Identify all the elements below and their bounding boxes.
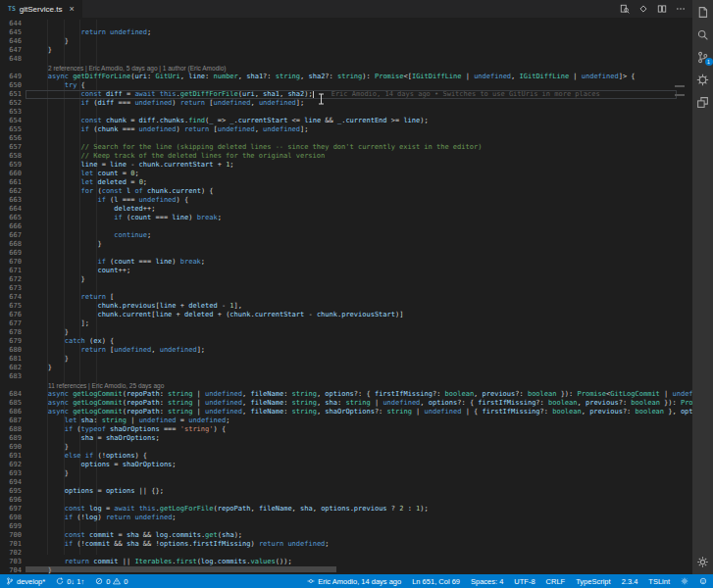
line-number[interactable]: 656 xyxy=(0,134,25,143)
code-line[interactable]: 687 let sha: string | undefined = undefi… xyxy=(0,416,692,425)
line-number[interactable]: 700 xyxy=(0,531,25,540)
statusbar-git-branch[interactable]: develop* xyxy=(6,577,45,586)
line-number[interactable]: 694 xyxy=(0,478,25,487)
line-number[interactable]: 649 xyxy=(0,73,25,81)
line-number[interactable]: 666 xyxy=(0,222,25,231)
code-line[interactable]: 659 line = line - chunk.currentStart + 1… xyxy=(0,161,692,170)
line-number[interactable]: 690 xyxy=(0,443,25,452)
line-number[interactable]: 693 xyxy=(0,469,25,478)
line-number[interactable]: 697 xyxy=(0,505,25,514)
line-number[interactable]: 691 xyxy=(0,452,25,461)
line-number[interactable]: 653 xyxy=(0,108,25,117)
code-line[interactable]: 684 async getLogCommit(repoPath: string … xyxy=(0,390,692,399)
code-line[interactable]: 682 } xyxy=(0,364,692,372)
code-line[interactable]: 662 for (const l of chunk.current) { xyxy=(0,187,692,196)
line-number[interactable]: 674 xyxy=(0,293,25,302)
code-line[interactable]: 696 xyxy=(0,496,692,505)
activitybar-search[interactable] xyxy=(696,27,710,41)
codelens-row[interactable]: 11 references | Eric Amodio, 25 days ago xyxy=(0,381,692,390)
gitlens-compare-button[interactable] xyxy=(638,4,648,14)
code-line[interactable]: 683 xyxy=(0,372,692,381)
code-line[interactable]: 690 } xyxy=(0,443,692,452)
code-line[interactable]: 678 } xyxy=(0,328,692,337)
line-number[interactable]: 684 xyxy=(0,390,25,399)
code-line[interactable]: 658 // Keep track of the deleted lines f… xyxy=(0,152,692,161)
code-line[interactable]: 650 try { xyxy=(0,81,692,90)
line-number[interactable]: 644 xyxy=(0,20,25,28)
line-number[interactable]: 652 xyxy=(0,99,25,108)
line-number[interactable]: 677 xyxy=(0,319,25,328)
line-number[interactable]: 683 xyxy=(0,372,25,381)
line-number[interactable]: 702 xyxy=(0,549,25,558)
line-number[interactable]: 676 xyxy=(0,311,25,319)
line-number[interactable]: 658 xyxy=(0,152,25,161)
line-number[interactable]: 661 xyxy=(0,178,25,187)
line-number[interactable]: 673 xyxy=(0,284,25,293)
code-line[interactable]: 644 xyxy=(0,20,692,28)
line-number[interactable]: 685 xyxy=(0,399,25,408)
line-number[interactable]: 688 xyxy=(0,425,25,434)
line-number[interactable]: 670 xyxy=(0,258,25,267)
statusbar-cursor-position[interactable]: Ln 651, Col 69 xyxy=(412,577,460,586)
line-number[interactable]: 678 xyxy=(0,328,25,337)
line-number[interactable]: 682 xyxy=(0,364,25,372)
code-line[interactable]: 652 if (diff === undefined) return [unde… xyxy=(0,99,692,108)
code-line[interactable]: 667 continue; xyxy=(0,231,692,240)
more-actions-button[interactable] xyxy=(676,4,686,14)
line-number[interactable]: 659 xyxy=(0,161,25,170)
tab-gitservice[interactable]: TSgitService.ts× xyxy=(0,0,82,18)
code-line[interactable]: 677 ]; xyxy=(0,319,692,328)
statusbar-tslint[interactable]: TSLint xyxy=(648,577,670,586)
horizontal-scrollbar[interactable] xyxy=(25,566,336,572)
code-line[interactable]: 649 async getDiffForLine(uri: GitUri, li… xyxy=(0,73,692,81)
code-line[interactable]: 664 deleted++; xyxy=(0,205,692,214)
line-number[interactable]: 703 xyxy=(0,558,25,566)
code-line[interactable]: 693 } xyxy=(0,469,692,478)
line-number[interactable]: 657 xyxy=(0,143,25,152)
line-number[interactable]: 698 xyxy=(0,514,25,522)
line-number[interactable]: 660 xyxy=(0,170,25,178)
code-line[interactable]: 671 count++; xyxy=(0,267,692,275)
statusbar-sync[interactable]: 0↓ 1↑ xyxy=(56,577,84,586)
code-line[interactable]: 665 if (count === line) break; xyxy=(0,214,692,222)
code-line[interactable]: 668 } xyxy=(0,240,692,249)
statusbar-indentation[interactable]: Spaces: 4 xyxy=(471,577,503,586)
code-line[interactable]: 689 sha = shaOrOptions; xyxy=(0,434,692,443)
line-number[interactable]: 647 xyxy=(0,46,25,55)
code-line[interactable]: 646 } xyxy=(0,37,692,46)
statusbar-ts-version[interactable]: 2.3.4 xyxy=(622,577,638,586)
line-number[interactable]: 664 xyxy=(0,205,25,214)
line-number[interactable]: 662 xyxy=(0,187,25,196)
code-line[interactable]: 699 xyxy=(0,522,692,531)
line-number[interactable]: 668 xyxy=(0,240,25,249)
code-line[interactable]: 685 async getLogCommit(repoPath: string … xyxy=(0,399,692,408)
codelens-row[interactable]: 2 references | Eric Amodio, 5 days ago |… xyxy=(0,64,692,73)
activitybar-extensions[interactable] xyxy=(696,95,710,109)
activitybar-settings[interactable] xyxy=(696,555,710,568)
code-line[interactable]: 686 async getLogCommit(repoPath: string … xyxy=(0,408,692,416)
statusbar-feedback[interactable] xyxy=(699,577,707,585)
code-line[interactable]: 653 xyxy=(0,108,692,117)
code-line[interactable]: 700 const commit = sha && log.commits.ge… xyxy=(0,531,692,540)
code-line[interactable]: 670 if (count === line) break; xyxy=(0,258,692,267)
line-number[interactable]: 671 xyxy=(0,267,25,275)
line-number[interactable]: 654 xyxy=(0,117,25,125)
line-number[interactable]: 692 xyxy=(0,461,25,469)
editor[interactable]: 644645 return undefined;646 }647 }6482 r… xyxy=(0,18,692,574)
line-number[interactable]: 675 xyxy=(0,302,25,311)
activitybar-debug[interactable] xyxy=(696,73,710,86)
statusbar-telemetry[interactable] xyxy=(681,577,688,585)
code-line[interactable]: 698 if (!log) return undefined; xyxy=(0,514,692,522)
statusbar-encoding[interactable]: UTF-8 xyxy=(514,577,535,586)
codelens-link[interactable]: 11 references | Eric Amodio, 25 days ago xyxy=(48,381,164,390)
line-number[interactable]: 648 xyxy=(0,55,25,64)
code-line[interactable]: 674 return [ xyxy=(0,293,692,302)
code-line[interactable]: 655 if (chunk === undefined) return [und… xyxy=(0,125,692,134)
line-number[interactable]: 687 xyxy=(0,416,25,425)
code-line[interactable]: 654 const chunk = diff.chunks.find(_ => … xyxy=(0,117,692,125)
code-line[interactable]: 645 return undefined; xyxy=(0,28,692,37)
line-number[interactable]: 704 xyxy=(0,566,25,574)
statusbar-problems[interactable]: 00 xyxy=(95,577,127,586)
code-line[interactable]: 681 } xyxy=(0,355,692,364)
line-number[interactable]: 689 xyxy=(0,434,25,443)
